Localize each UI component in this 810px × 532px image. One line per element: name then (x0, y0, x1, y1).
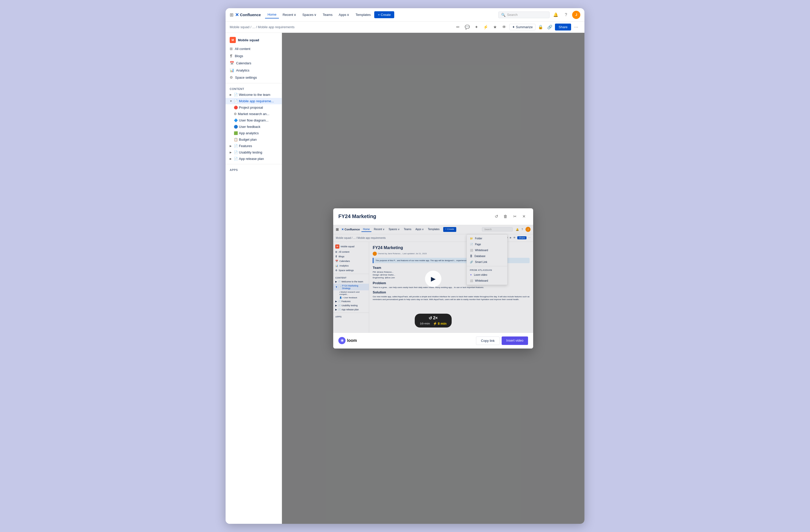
chevron-icon: ∨ (314, 13, 317, 17)
modal-body: ⊞ ✕ Confluence Home Recent ∨ Spaces ∨ (333, 225, 533, 333)
content-section-label: CONTENT (226, 85, 282, 92)
edit-button[interactable]: ✏ (454, 23, 462, 31)
tree-item-welcome[interactable]: ▶ 📄 Welcome to the team (226, 92, 282, 98)
space-settings-icon: ⚙ (230, 75, 233, 80)
sidebar-divider-2 (226, 164, 282, 164)
tree-item-user-flow[interactable]: 🔷 User flow diagram... (226, 117, 282, 123)
comment-button[interactable]: 💬 (463, 23, 471, 31)
page-toolbar: Mobile squad / ... / Mobile app requirem… (226, 21, 584, 33)
search-icon: 🔍 (501, 13, 505, 17)
confluence-logo[interactable]: ✕ Confluence (235, 12, 261, 18)
sidebar-item-blogs[interactable]: ❡ Blogs (226, 52, 282, 60)
sidebar-item-calendars[interactable]: 📅 Calendars (226, 60, 282, 67)
chevron-right-icon: ▶ (230, 145, 233, 147)
modal-header: FY24 Marketing ↺ 🗑 ✂ × (333, 208, 533, 225)
nav-right: 🔍 Search 🔔 ? J (498, 11, 580, 19)
help-button[interactable]: ? (562, 11, 570, 19)
tree-item-budget[interactable]: 📋 Budget plan (226, 136, 282, 143)
toolbar-actions: ✏ 💬 ✦ ⚡ ★ 👁 ✦ Summarize 🔒 🔗 Share ⋯ (454, 23, 580, 31)
time-original: 16 min (420, 321, 430, 326)
more-actions-button[interactable]: ⋯ (572, 23, 580, 31)
tree-item-user-feedback[interactable]: 🔵 User feedback (226, 123, 282, 130)
nav-templates[interactable]: Templates (353, 11, 373, 18)
video-preview: ⊞ ✕ Confluence Home Recent ∨ Spaces ∨ (333, 225, 533, 333)
summarize-label: Summarize (516, 25, 533, 29)
undo-button[interactable]: ↺ (492, 213, 500, 221)
speed-label: ↺ 2× (428, 316, 438, 320)
create-button[interactable]: + Create (374, 11, 394, 18)
loom-logo: ✳ loom (338, 337, 357, 344)
ai-button[interactable]: ✦ (472, 23, 481, 31)
chevron-right-icon: ▶ (230, 93, 233, 96)
all-content-icon: ⊞ (230, 47, 233, 51)
modal-title: FY24 Marketing (338, 214, 492, 219)
sidebar-item-all-content[interactable]: ⊞ All content (226, 45, 282, 52)
copy-link-button[interactable]: Copy link (476, 336, 499, 345)
modal-overlay[interactable]: FY24 Marketing ↺ 🗑 ✂ × (282, 33, 584, 524)
tree-item-app-release[interactable]: ▶ 📄 App release plan (226, 155, 282, 162)
proposal-icon: 🔴 (234, 105, 238, 110)
tree-item-project-proposal[interactable]: 🔴 Project proposal (226, 104, 282, 111)
chevron-icon: ∨ (347, 13, 350, 17)
share-button[interactable]: Share (555, 23, 571, 31)
lightning-button[interactable]: ⚡ (482, 23, 490, 31)
user-avatar[interactable]: J (572, 11, 580, 19)
main-area: M Mobile squad ⊞ All content ❡ Blogs 📅 C… (226, 33, 584, 524)
grid-icon[interactable]: ⊞ (230, 12, 233, 18)
delete-button[interactable]: 🗑 (501, 213, 509, 221)
page-icon-active: 📄 (234, 99, 238, 103)
nav-teams[interactable]: Teams (320, 11, 335, 18)
nav-logo-area: ⊞ ✕ Confluence (230, 12, 261, 18)
close-button[interactable]: × (520, 213, 528, 221)
usability-icon: 📄 (234, 150, 238, 154)
sidebar-space-header[interactable]: M Mobile squad (226, 35, 282, 45)
time-fast: ⚡ 8 min (433, 321, 447, 326)
flow-icon: 🔷 (234, 118, 238, 122)
calendars-icon: 📅 (230, 61, 234, 65)
loom-modal: FY24 Marketing ↺ 🗑 ✂ × (333, 208, 533, 349)
blogs-icon: ❡ (230, 54, 233, 58)
modal-footer-actions: Copy link Insert video (476, 336, 528, 345)
chevron-right-icon: ▶ (230, 157, 233, 160)
sidebar-item-space-settings[interactable]: ⚙ Space settings (226, 74, 282, 81)
insert-video-button[interactable]: Insert video (502, 336, 528, 345)
star-button[interactable]: ★ (491, 23, 499, 31)
cut-button[interactable]: ✂ (511, 213, 519, 221)
summarize-icon: ✦ (512, 25, 515, 29)
watch-button[interactable]: 👁 (500, 23, 508, 31)
tree-item-features[interactable]: ▶ 📄 Features (226, 143, 282, 149)
tree-item-app-analytics[interactable]: 🟩 App analytics (226, 130, 282, 136)
tree-item-usability[interactable]: ▶ 📄 Usability testing (226, 149, 282, 155)
nav-items: Home Recent ∨ Spaces ∨ Teams Apps ∨ Temp… (265, 11, 496, 18)
tree-item-market-research[interactable]: ⚙ Market research an... (226, 111, 282, 117)
nav-recent[interactable]: Recent ∨ (280, 11, 298, 18)
confluence-logo-text: Confluence (240, 13, 261, 17)
search-bar[interactable]: 🔍 Search (498, 12, 550, 18)
replay-icon: ↺ (428, 316, 432, 320)
nav-apps[interactable]: Apps ∨ (336, 11, 352, 18)
play-button[interactable]: ▶ (425, 271, 441, 287)
space-icon: M (230, 37, 236, 43)
nav-spaces[interactable]: Spaces ∨ (300, 11, 319, 18)
space-name: Mobile squad (238, 38, 259, 42)
app-analytics-icon: 🟩 (234, 131, 238, 135)
apps-section-label: APPS (226, 166, 282, 172)
chevron-icon: ∨ (294, 13, 296, 17)
sidebar-divider (226, 83, 282, 83)
page-icon: 📄 (234, 93, 238, 97)
confluence-x-icon: ✕ (235, 12, 239, 18)
loom-icon: ✳ (338, 337, 345, 344)
summarize-button[interactable]: ✦ Summarize (509, 24, 536, 30)
browser-window: ⊞ ✕ Confluence Home Recent ∨ Spaces ∨ Te… (226, 8, 584, 524)
search-placeholder: Search (507, 13, 518, 17)
sidebar-item-analytics[interactable]: 📊 Analytics (226, 67, 282, 74)
release-icon: 📄 (234, 157, 238, 161)
lock-button[interactable]: 🔒 (536, 23, 545, 31)
link-button[interactable]: 🔗 (546, 23, 554, 31)
features-icon: 📄 (234, 144, 238, 148)
tree-item-mobile-app[interactable]: ▼ 📄 Mobile app requireme... (226, 98, 282, 104)
content-area: FY24 Marketing ↺ 🗑 ✂ × (282, 33, 584, 524)
notifications-button[interactable]: 🔔 (552, 11, 560, 19)
modal-footer: ✳ loom Copy link Insert video (333, 333, 533, 349)
nav-home[interactable]: Home (265, 11, 279, 18)
